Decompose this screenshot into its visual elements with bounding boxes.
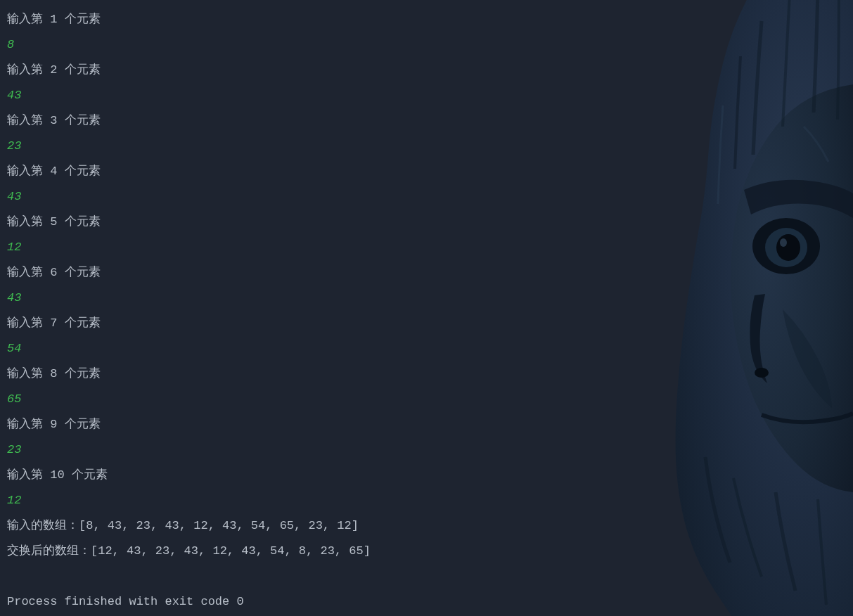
input-value-line: 43 bbox=[7, 184, 846, 210]
prompt-line: 输入第 9 个元素 bbox=[7, 412, 846, 437]
blank-line bbox=[7, 564, 846, 589]
input-value-line: 23 bbox=[7, 134, 846, 159]
swapped-array-line: 交换后的数组：[12, 43, 23, 43, 12, 43, 54, 8, 2… bbox=[7, 539, 846, 564]
prompt-line: 输入第 1 个元素 bbox=[7, 7, 846, 32]
input-array-line: 输入的数组：[8, 43, 23, 43, 12, 43, 54, 65, 23… bbox=[7, 513, 846, 539]
prompt-line: 输入第 8 个元素 bbox=[7, 361, 846, 387]
input-value-line: 12 bbox=[7, 488, 846, 513]
input-value-line: 54 bbox=[7, 336, 846, 361]
input-value-line: 23 bbox=[7, 437, 846, 463]
input-value-line: 8 bbox=[7, 32, 846, 58]
input-value-line: 43 bbox=[7, 83, 846, 108]
prompt-line: 输入第 10 个元素 bbox=[7, 463, 846, 488]
exit-message-line: Process finished with exit code 0 bbox=[7, 589, 846, 615]
prompt-line: 输入第 7 个元素 bbox=[7, 311, 846, 336]
prompt-line: 输入第 4 个元素 bbox=[7, 159, 846, 184]
input-value-line: 65 bbox=[7, 387, 846, 412]
input-value-line: 43 bbox=[7, 285, 846, 311]
prompt-line: 输入第 2 个元素 bbox=[7, 58, 846, 83]
prompt-line: 输入第 3 个元素 bbox=[7, 108, 846, 134]
prompt-line: 输入第 6 个元素 bbox=[7, 260, 846, 285]
input-value-line: 12 bbox=[7, 235, 846, 260]
prompt-line: 输入第 5 个元素 bbox=[7, 210, 846, 235]
console-output: 输入第 1 个元素 8 输入第 2 个元素 43 输入第 3 个元素 23 输入… bbox=[0, 0, 853, 616]
